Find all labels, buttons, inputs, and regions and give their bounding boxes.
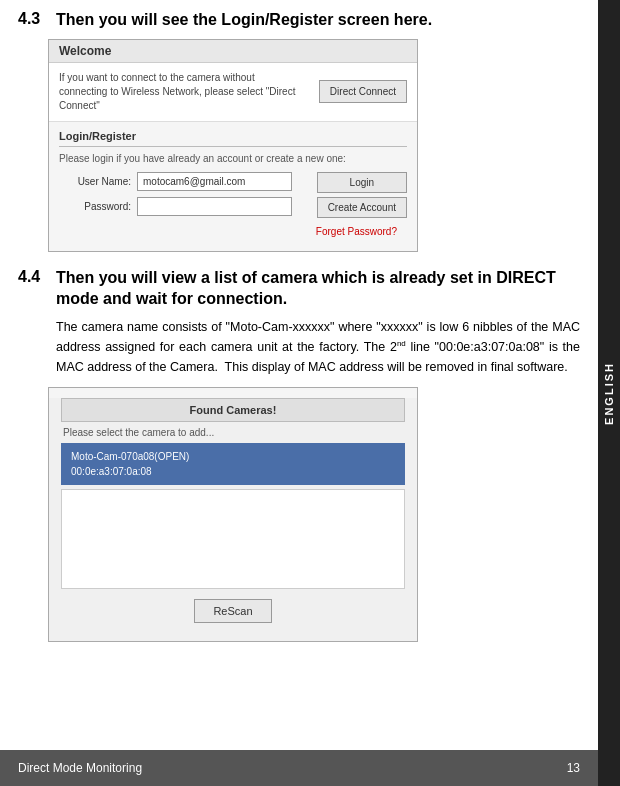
password-label: Password:: [59, 201, 131, 212]
footer: Direct Mode Monitoring 13: [0, 750, 598, 786]
rescan-row: ReScan: [49, 589, 417, 637]
section-4-3-heading: 4.3 Then you will see the Login/Register…: [18, 10, 580, 31]
username-input[interactable]: [137, 172, 292, 191]
camera-name: Moto-Cam-070a08(OPEN): [71, 449, 395, 464]
login-screenshot: Welcome If you want to connect to the ca…: [48, 39, 418, 252]
footer-page: 13: [567, 761, 580, 775]
footer-text: Direct Mode Monitoring: [18, 761, 142, 775]
login-subtitle: Please login if you have already an acco…: [59, 153, 407, 164]
welcome-text: If you want to connect to the camera wit…: [59, 71, 299, 113]
english-tab: ENGLISH: [598, 0, 620, 786]
login-form-area: User Name: Password: Login Create Accoun…: [59, 172, 407, 222]
camera-mac: 00:0e:a3:07:0a:08: [71, 464, 395, 479]
password-row: Password:: [59, 197, 292, 216]
create-account-button[interactable]: Create Account: [317, 197, 407, 218]
section-4-3-title: Then you will see the Login/Register scr…: [56, 10, 432, 31]
section-4-4-body: The camera name consists of "Moto-Cam-xx…: [56, 317, 580, 377]
direct-connect-button[interactable]: Direct Connect: [319, 80, 407, 103]
cameras-screenshot: Found Cameras! Please select the camera …: [48, 387, 418, 642]
login-register-title: Login/Register: [59, 130, 407, 147]
login-buttons-group: Login Create Account: [317, 172, 407, 218]
camera-item[interactable]: Moto-Cam-070a08(OPEN) 00:0e:a3:07:0a:08: [61, 443, 405, 485]
cameras-empty-list: [61, 489, 405, 589]
section-4-4-heading: 4.4 Then you will view a list of camera …: [18, 268, 580, 310]
login-button[interactable]: Login: [317, 172, 407, 193]
section-4-4-number: 4.4: [18, 268, 56, 286]
section-4-4-title: Then you will view a list of camera whic…: [56, 268, 580, 310]
welcome-bar: Welcome: [49, 40, 417, 63]
username-row: User Name:: [59, 172, 292, 191]
login-fields: User Name: Password:: [59, 172, 292, 222]
login-register-section: Login/Register Please login if you have …: [49, 122, 417, 251]
section-4-3-number: 4.3: [18, 10, 56, 28]
please-select-text: Please select the camera to add...: [49, 422, 417, 443]
username-label: User Name:: [59, 176, 131, 187]
main-content: 4.3 Then you will see the Login/Register…: [0, 0, 598, 750]
english-tab-label: ENGLISH: [603, 362, 615, 425]
rescan-button[interactable]: ReScan: [194, 599, 271, 623]
password-input[interactable]: [137, 197, 292, 216]
forget-password-link[interactable]: Forget Password?: [59, 222, 407, 243]
cameras-inner: Found Cameras! Please select the camera …: [49, 398, 417, 641]
welcome-section: If you want to connect to the camera wit…: [49, 63, 417, 122]
found-cameras-title: Found Cameras!: [61, 398, 405, 422]
